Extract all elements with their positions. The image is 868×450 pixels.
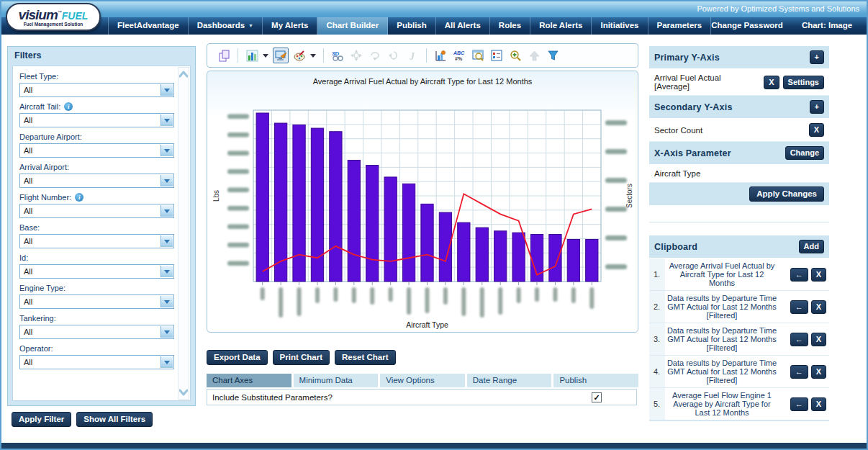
nav-item-dashboards[interactable]: Dashboards▼ (189, 17, 263, 35)
info-icon[interactable]: i (64, 102, 73, 111)
utility-item-chart-image[interactable]: Chart: Image (802, 17, 852, 35)
redacted-right-tick-label (605, 149, 627, 154)
print-chart-button[interactable]: Print Chart (273, 350, 330, 365)
x-axis-change-button[interactable]: Change (785, 146, 824, 160)
data-labels-icon[interactable]: ABC#% (451, 48, 467, 63)
redacted-x-category-label (333, 287, 338, 302)
nav-item-chart-builder[interactable]: Chart Builder (317, 17, 388, 35)
clipboard-restore-button[interactable]: ← (790, 300, 808, 314)
utility-item-change-password[interactable]: Change Password (711, 17, 783, 35)
export-data-button[interactable]: Export Data (207, 350, 268, 365)
primary-series-remove-button[interactable]: X (764, 76, 779, 89)
clipboard-item-label: Data results by Departure Time GMT Actua… (665, 323, 779, 355)
filter-dropdown-departure-airport-[interactable]: All (19, 143, 174, 158)
redacted-right-tick-label (605, 178, 627, 183)
dropdown-arrow-icon[interactable] (161, 296, 173, 307)
show-all-filters-button[interactable]: Show All Filters (76, 412, 153, 427)
dropdown-arrow-icon[interactable] (161, 114, 173, 126)
reset-chart-button[interactable]: Reset Chart (335, 350, 396, 365)
nav-item-fleetadvantage[interactable]: FleetAdvantage (108, 17, 189, 35)
view-3d-icon[interactable]: 3D (330, 48, 345, 63)
clipboard-restore-button[interactable]: ← (790, 268, 808, 282)
tab-chart-axes[interactable]: Chart Axes (207, 374, 291, 387)
secondary-y-axis-add-button[interactable]: + (810, 100, 824, 114)
dropdown-arrow-icon[interactable] (161, 145, 173, 156)
clipboard-remove-button[interactable]: X (811, 365, 826, 379)
apply-filter-button[interactable]: Apply Filter (12, 412, 71, 427)
point-labels-icon[interactable] (433, 48, 448, 63)
clipboard-add-button[interactable]: Add (799, 240, 824, 253)
filters-scrollbar[interactable] (178, 67, 189, 400)
chart-wizard-icon[interactable] (273, 48, 289, 63)
primary-y-axis-add-button[interactable]: + (810, 50, 824, 64)
copy-chart-icon[interactable] (216, 48, 232, 63)
nav-item-all-alerts[interactable]: All Alerts (436, 17, 490, 35)
chevron-glyph (164, 119, 170, 122)
x-axis-title: Aircraft Type (406, 320, 448, 329)
redacted-x-category-label (480, 287, 484, 318)
redacted-left-tick-label (227, 169, 249, 174)
clipboard-restore-button[interactable]: ← (790, 397, 808, 411)
filter-dropdown-id-[interactable]: All (19, 264, 174, 279)
tab-view-options[interactable]: View Options (380, 374, 465, 387)
filter-dropdown-tankering-[interactable]: All (19, 325, 174, 339)
dropdown-arrow-icon[interactable] (161, 235, 173, 247)
dropdown-arrow-icon[interactable] (161, 356, 173, 368)
filter-dropdown-aircraft-tail-[interactable]: All (19, 113, 174, 127)
tab-publish[interactable]: Publish (553, 374, 638, 387)
filter-dropdown-base-[interactable]: All (19, 234, 174, 248)
include-substituted-checkbox[interactable]: ✓ (592, 392, 602, 402)
clipboard-item-label: Average Arrival Fuel Actual by Aircraft … (665, 258, 779, 290)
bottom-status-bar (1, 443, 867, 449)
filter-dropdown-engine-type-[interactable]: All (19, 294, 174, 309)
preview-window-icon[interactable] (470, 48, 486, 63)
secondary-series-remove-button[interactable]: X (809, 123, 824, 137)
filter-dropdown-operator-[interactable]: All (19, 355, 174, 369)
nav-item-role-alerts[interactable]: Role Alerts (530, 17, 592, 35)
tab-date-range[interactable]: Date Range (467, 374, 552, 387)
info-icon[interactable]: i (75, 193, 83, 202)
nav-item-my-alerts[interactable]: My Alerts (263, 17, 317, 35)
nav-item-parameters[interactable]: Parameters (648, 17, 712, 35)
chevron-glyph (164, 179, 170, 183)
chart-action-buttons: Export DataPrint ChartReset Chart (207, 350, 396, 365)
dropdown-caret-icon[interactable] (263, 53, 270, 58)
zoom-in-icon[interactable] (507, 48, 523, 63)
tab-minimum-data[interactable]: Minimum Data (294, 374, 379, 387)
apply-changes-button[interactable]: Apply Changes (749, 186, 824, 202)
chevron-glyph (164, 270, 170, 274)
nav-item-roles[interactable]: Roles (490, 17, 530, 35)
dropdown-caret-icon[interactable] (310, 53, 317, 58)
bar-series-point (476, 228, 488, 282)
clipboard-remove-button[interactable]: X (811, 268, 826, 282)
clipboard-item: 2.Data results by Departure Time GMT Act… (649, 291, 829, 323)
dropdown-arrow-icon[interactable] (161, 84, 173, 96)
clipboard-item-number: 4. (649, 356, 665, 387)
filter-label: Engine Type: (19, 284, 190, 292)
filter-dropdown-fleet-type-[interactable]: All (19, 83, 174, 97)
filter-label: Flight Number:i (19, 193, 190, 202)
filter-label: Departure Airport: (19, 132, 190, 141)
filter-dropdown-flight-number-[interactable]: All (19, 204, 174, 218)
scroll-down-icon[interactable] (179, 389, 188, 396)
clipboard-remove-button[interactable]: X (811, 397, 826, 411)
clipboard-remove-button[interactable]: X (811, 333, 826, 346)
clipboard-restore-button[interactable]: ← (790, 365, 808, 379)
filter-funnel-icon[interactable] (545, 48, 561, 63)
paint-palette-icon[interactable] (291, 48, 307, 63)
clipboard-remove-button[interactable]: X (811, 300, 826, 314)
nav-item-initiatives[interactable]: Initiatives (592, 17, 648, 35)
dropdown-arrow-icon[interactable] (161, 175, 173, 186)
app-window: Powered by Optimized Systems and Solutio… (0, 0, 868, 450)
filter-dropdown-arrival-airport-[interactable]: All (19, 174, 174, 188)
primary-series-settings-button[interactable]: Settings (783, 76, 824, 89)
chart-gallery-icon[interactable] (244, 48, 260, 63)
dropdown-arrow-icon[interactable] (161, 266, 173, 277)
clipboard-item: 4.Data results by Departure Time GMT Act… (649, 356, 829, 388)
scroll-up-icon[interactable] (179, 71, 188, 78)
clipboard-restore-button[interactable]: ← (790, 333, 808, 346)
nav-item-publish[interactable]: Publish (388, 17, 436, 35)
dropdown-arrow-icon[interactable] (161, 205, 173, 217)
legend-icon[interactable] (489, 48, 505, 63)
dropdown-arrow-icon[interactable] (161, 326, 173, 338)
